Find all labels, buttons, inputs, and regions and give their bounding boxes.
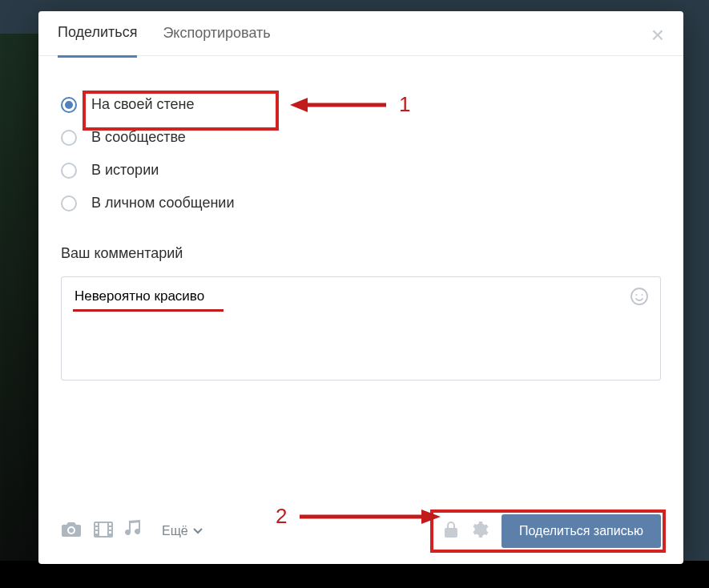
radio-label: В истории [91,162,159,179]
svg-point-2 [642,294,643,296]
modal-tabs: Поделиться Экспортировать × [38,11,683,56]
video-icon[interactable] [93,521,114,542]
lock-icon[interactable] [444,521,458,542]
comment-label: Ваш комментарий [61,245,661,262]
camera-icon[interactable] [61,521,82,542]
svg-point-0 [631,288,647,304]
music-icon[interactable] [125,520,143,542]
share-button[interactable]: Поделиться записью [502,514,661,548]
modal-body: На своей стене В сообществе В истории В … [38,56,683,400]
attach-icons: Ещё [61,520,203,542]
svg-rect-9 [109,531,111,534]
radio-own-wall[interactable]: На своей стене [61,88,661,121]
more-label: Ещё [162,524,188,538]
radio-label: На своей стене [91,96,194,113]
svg-rect-5 [95,527,98,530]
comment-text: Невероятно красиво [75,288,204,304]
chevron-down-icon [193,528,203,534]
radio-private-message[interactable]: В личном сообщении [61,187,661,219]
svg-rect-10 [99,523,107,536]
radio-story[interactable]: В истории [61,154,661,187]
radio-icon [61,195,77,211]
svg-rect-8 [109,527,111,530]
more-attachments[interactable]: Ещё [162,524,203,538]
comment-input[interactable]: Невероятно красиво [61,276,661,381]
share-modal: Поделиться Экспортировать × На своей сте… [38,11,683,564]
share-target-radio-group: На своей стене В сообществе В истории В … [61,88,661,219]
annotation-underline [73,309,224,312]
close-icon[interactable]: × [651,24,664,46]
svg-point-1 [636,294,638,296]
radio-icon [61,163,77,179]
modal-footer: Ещё Поделиться записью [61,514,661,548]
tab-export[interactable]: Экспортировать [163,10,270,56]
radio-community[interactable]: В сообществе [61,121,661,154]
background-bottom [0,561,709,588]
svg-rect-6 [95,531,98,534]
emoji-icon[interactable] [630,287,649,309]
radio-icon [61,97,77,113]
gear-icon[interactable] [471,521,489,542]
svg-rect-7 [109,523,111,526]
svg-rect-4 [95,523,98,526]
radio-icon [61,130,77,146]
tab-share[interactable]: Поделиться [58,10,137,58]
radio-label: В личном сообщении [91,195,234,211]
radio-label: В сообществе [91,129,186,146]
